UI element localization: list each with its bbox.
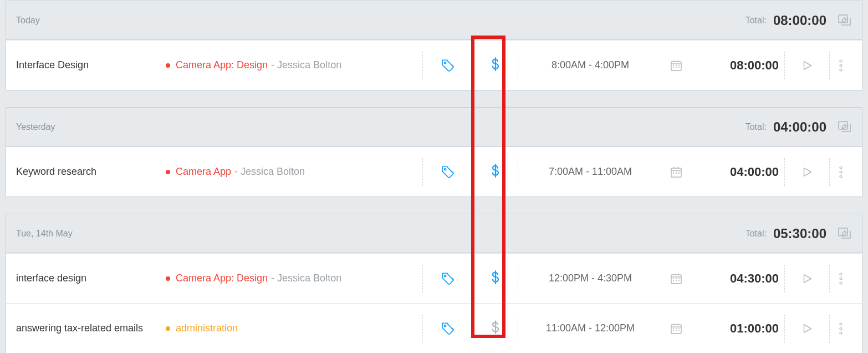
continue-button[interactable] <box>785 166 829 178</box>
dollar-icon <box>491 320 501 337</box>
more-menu-button[interactable] <box>830 273 852 285</box>
svg-point-66 <box>840 332 842 334</box>
project-color-dot <box>166 276 170 281</box>
time-range[interactable]: 8:00AM - 4:00PM <box>518 59 662 71</box>
day-label: Yesterday <box>16 122 746 132</box>
svg-point-14 <box>840 60 842 62</box>
more-icon <box>839 273 843 285</box>
continue-button[interactable] <box>785 273 829 285</box>
svg-point-16 <box>840 69 842 71</box>
more-icon <box>839 59 843 72</box>
svg-marker-13 <box>804 61 811 69</box>
continue-button[interactable] <box>785 59 829 72</box>
duration[interactable]: 01:00:00 <box>690 321 784 336</box>
time-range[interactable]: 7:00AM - 11:00AM <box>518 166 662 178</box>
client-name: - Jessica Bolton <box>271 273 341 284</box>
entry-description[interactable]: answering tax-related emails <box>16 322 166 334</box>
client-name: - Jessica Bolton <box>234 166 305 178</box>
svg-rect-53 <box>671 325 681 334</box>
day-group: Today Total: 08:00:00 Interface Design C… <box>6 1 862 90</box>
more-menu-button[interactable] <box>830 59 852 72</box>
day-group: Yesterday Total: 04:00:00 Keyword resear… <box>6 107 862 197</box>
project-name: Camera App: Design <box>176 273 268 284</box>
billable-toggle[interactable] <box>473 270 518 287</box>
entry-project[interactable]: Camera App - Jessica Bolton <box>166 166 422 178</box>
calendar-button[interactable] <box>662 322 690 335</box>
continue-button[interactable] <box>785 322 829 335</box>
svg-point-35 <box>445 275 446 276</box>
svg-point-15 <box>840 64 842 67</box>
project-color-dot <box>166 326 170 331</box>
time-entry-row: interface design Camera App: Design - Je… <box>6 253 862 303</box>
more-icon <box>839 322 843 335</box>
play-icon <box>801 322 813 335</box>
svg-rect-37 <box>671 275 681 284</box>
more-menu-button[interactable] <box>830 322 852 335</box>
entry-description[interactable]: Interface Design <box>16 59 166 71</box>
calendar-button[interactable] <box>662 59 690 72</box>
billable-toggle[interactable] <box>473 57 518 74</box>
tag-button[interactable] <box>423 321 473 336</box>
day-label: Today <box>16 16 746 26</box>
billable-toggle[interactable] <box>473 164 518 180</box>
calendar-icon <box>670 272 683 285</box>
total-label: Total: <box>746 122 767 132</box>
svg-marker-63 <box>804 324 811 332</box>
day-group-header: Today Total: 08:00:00 <box>6 1 862 40</box>
svg-point-18 <box>445 168 446 170</box>
svg-rect-20 <box>671 168 681 177</box>
calendar-icon <box>670 59 683 72</box>
svg-point-33 <box>840 175 842 178</box>
entry-description[interactable]: Keyword research <box>16 166 166 178</box>
time-range[interactable]: 12:00PM - 4:30PM <box>518 273 662 284</box>
project-name: Camera App <box>176 166 231 178</box>
duration[interactable]: 04:30:00 <box>690 271 784 286</box>
project-color-dot <box>166 63 170 68</box>
time-entry-row: answering tax-related emails administrat… <box>6 303 862 353</box>
tag-button[interactable] <box>423 165 473 179</box>
entry-project[interactable]: Camera App: Design - Jessica Bolton <box>166 273 422 284</box>
more-menu-button[interactable] <box>830 166 852 178</box>
billable-toggle[interactable] <box>473 320 518 337</box>
play-icon <box>801 166 813 178</box>
total-value: 04:00:00 <box>773 119 826 135</box>
project-color-dot <box>166 170 170 174</box>
calendar-button[interactable] <box>662 165 690 179</box>
more-icon <box>839 166 843 178</box>
svg-point-32 <box>840 171 842 173</box>
tag-button[interactable] <box>423 58 473 73</box>
total-value: 05:30:00 <box>773 226 826 241</box>
bulk-edit-icon[interactable] <box>838 14 852 27</box>
tag-icon <box>441 271 455 286</box>
day-group-header: Yesterday Total: 04:00:00 <box>6 108 862 147</box>
svg-point-49 <box>840 278 842 280</box>
play-icon <box>801 59 813 72</box>
entry-project[interactable]: administration <box>166 322 422 334</box>
tag-icon <box>441 58 455 73</box>
total-label: Total: <box>746 16 767 26</box>
svg-point-1 <box>445 62 446 63</box>
duration[interactable]: 08:00:00 <box>690 58 784 73</box>
calendar-icon <box>670 165 683 179</box>
tag-icon <box>441 165 455 179</box>
svg-point-51 <box>445 325 446 326</box>
total-value: 08:00:00 <box>773 13 826 28</box>
day-group-header: Tue, 14th May Total: 05:30:00 <box>6 214 862 253</box>
entry-project[interactable]: Camera App: Design - Jessica Bolton <box>166 59 422 71</box>
entry-description[interactable]: interface design <box>16 273 166 284</box>
svg-marker-47 <box>804 274 811 283</box>
svg-point-50 <box>840 282 842 284</box>
day-group: Tue, 14th May Total: 05:30:00 interface … <box>6 214 862 353</box>
time-range[interactable]: 11:00AM - 12:00PM <box>518 322 662 334</box>
duration[interactable]: 04:00:00 <box>690 165 784 179</box>
svg-point-64 <box>840 323 842 325</box>
client-name: - Jessica Bolton <box>271 59 341 71</box>
project-name: administration <box>176 322 238 334</box>
bulk-edit-icon[interactable] <box>838 120 852 134</box>
tag-button[interactable] <box>423 271 473 286</box>
calendar-button[interactable] <box>662 272 690 285</box>
bulk-edit-icon[interactable] <box>838 227 852 240</box>
tag-icon <box>441 321 455 336</box>
svg-marker-30 <box>804 168 811 176</box>
calendar-icon <box>670 322 683 335</box>
